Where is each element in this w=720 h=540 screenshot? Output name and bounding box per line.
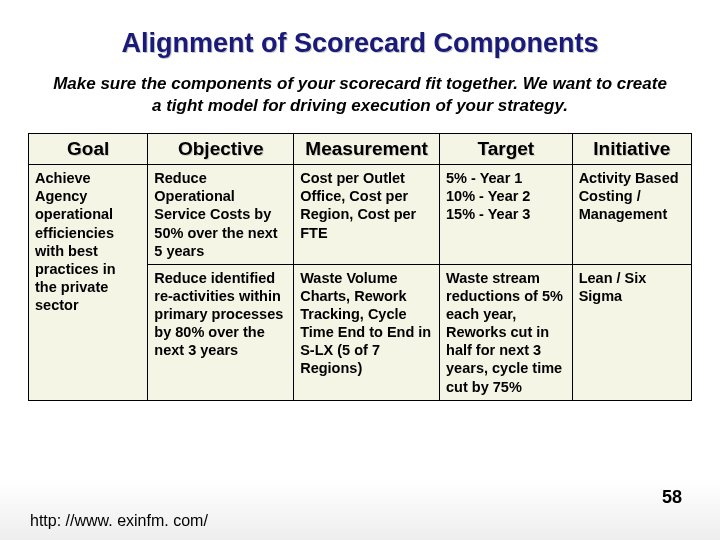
page-title: Alignment of Scorecard Components <box>28 28 692 59</box>
cell-measurement: Waste Volume Charts, Rework Tracking, Cy… <box>294 264 440 400</box>
header-goal: Goal <box>29 134 148 165</box>
page-number: 58 <box>662 487 682 508</box>
footer-url: http: //www. exinfm. com/ <box>30 512 208 530</box>
cell-objective: Reduce Operational Service Costs by 50% … <box>148 165 294 265</box>
header-objective: Objective <box>148 134 294 165</box>
cell-target: 5% - Year 1 10% - Year 2 15% - Year 3 <box>440 165 573 265</box>
cell-objective: Reduce identified re-activities within p… <box>148 264 294 400</box>
table-row: Achieve Agency operational efficiencies … <box>29 165 692 265</box>
slide: Alignment of Scorecard Components Make s… <box>0 0 720 540</box>
cell-target: Waste stream reductions of 5% each year,… <box>440 264 573 400</box>
cell-measurement: Cost per Outlet Office, Cost per Region,… <box>294 165 440 265</box>
header-initiative: Initiative <box>572 134 691 165</box>
page-subtitle: Make sure the components of your scoreca… <box>28 73 692 117</box>
footer-gradient <box>0 480 720 540</box>
scorecard-table: Goal Objective Measurement Target Initia… <box>28 133 692 401</box>
cell-goal: Achieve Agency operational efficiencies … <box>29 165 148 401</box>
table-header-row: Goal Objective Measurement Target Initia… <box>29 134 692 165</box>
cell-initiative: Activity Based Costing / Management <box>572 165 691 265</box>
header-target: Target <box>440 134 573 165</box>
header-measurement: Measurement <box>294 134 440 165</box>
cell-initiative: Lean / Six Sigma <box>572 264 691 400</box>
